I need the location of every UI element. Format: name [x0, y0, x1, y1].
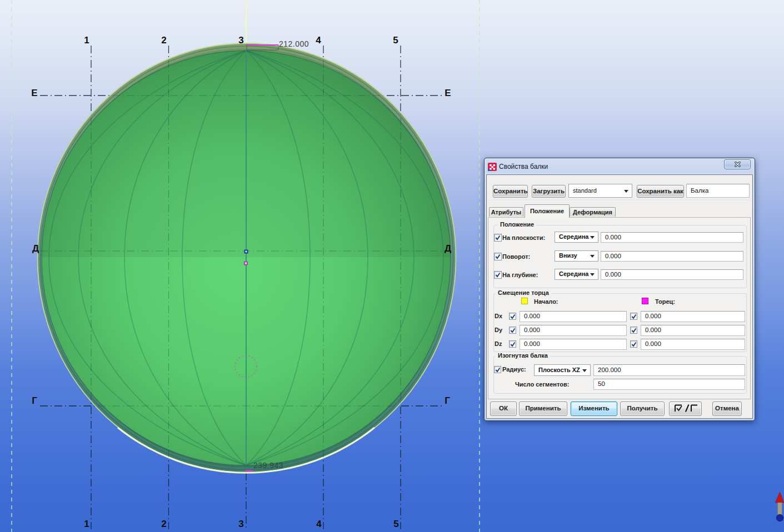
- svg-text:Е: Е: [445, 88, 451, 98]
- svg-text:Д: Д: [32, 243, 39, 254]
- svg-text:2: 2: [161, 35, 166, 46]
- svg-text:212.000: 212.000: [279, 39, 309, 48]
- svg-text:5: 5: [393, 519, 398, 529]
- svg-text:4: 4: [316, 35, 321, 46]
- svg-text:3: 3: [238, 519, 243, 529]
- svg-text:3: 3: [238, 35, 243, 46]
- svg-text:Д: Д: [445, 243, 451, 254]
- svg-text:Г: Г: [32, 395, 37, 406]
- svg-text:1: 1: [84, 519, 89, 529]
- svg-text:239.943: 239.943: [253, 461, 283, 470]
- svg-text:Е: Е: [31, 88, 37, 98]
- svg-text:Г: Г: [445, 395, 450, 406]
- svg-text:5: 5: [393, 35, 398, 46]
- svg-text:2: 2: [161, 519, 166, 529]
- svg-text:1: 1: [84, 35, 89, 46]
- svg-text:4: 4: [316, 519, 322, 529]
